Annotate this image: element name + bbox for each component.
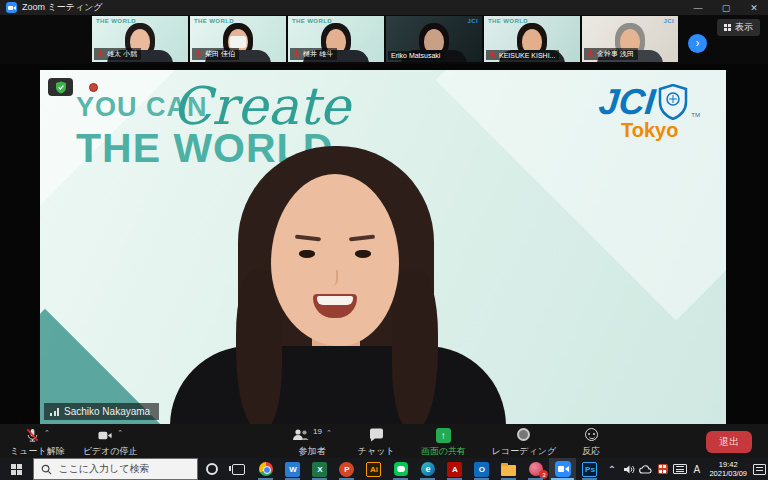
share-screen-icon: ↑ [436,428,451,443]
leave-meeting-button[interactable]: 退出 [706,431,752,453]
file-explorer-icon [501,465,516,476]
taskbar-search-input[interactable]: ここに入力して検索 [33,458,198,480]
speaker-body [170,346,506,424]
taskbar-illustrator-button[interactable]: Ai [360,458,387,480]
participants-count-badge: 19 [313,427,322,436]
participant-tile[interactable]: THE WORLD 柴田 佳伯 [190,16,286,62]
participant-tile[interactable]: THE WORLD 樋井 雄斗 [288,16,384,62]
speaker-face [271,174,399,346]
stop-video-button[interactable]: ⌃ ビデオの停止 [83,428,138,458]
taskbar-line-button[interactable] [387,458,414,480]
participant-name-label: 雄太 小朏 [94,48,141,60]
security-tray-icon[interactable] [654,458,671,480]
tile-banner-text: THE WORLD [96,18,136,24]
participant-name-label: 柴田 佳伯 [192,48,239,60]
chrome-icon [259,462,273,476]
muted-mic-icon [97,50,104,58]
participants-button[interactable]: 19 ⌃ 参加者 [292,428,332,458]
taskbar-edge-button[interactable]: e [414,458,441,480]
taskbar-word-button[interactable]: W [279,458,306,480]
excel-icon: X [312,462,327,477]
search-placeholder: ここに入力して検索 [58,462,149,476]
encryption-shield-icon[interactable] [48,78,73,96]
participant-name-label: KEISUKE KISHI... [486,50,559,60]
action-center-button[interactable] [751,458,768,480]
outlook-icon: O [474,462,489,477]
zoom-taskbar-icon [555,461,571,477]
mic-muted-icon [25,428,40,443]
taskbar-powerpoint-button[interactable]: P [333,458,360,480]
desktop: Zoom ミーティング — ▢ ✕ THE WORLD 雄太 小朏 THE WO… [0,0,768,480]
tile-banner-text: JCI [467,18,478,24]
zoom-window-titlebar: Zoom ミーティング — ▢ ✕ [0,0,768,15]
gallery-strip: THE WORLD 雄太 小朏 THE WORLD 柴田 佳伯 THE WORL… [0,15,768,64]
participant-name-label: 金幹事 浅田 [584,48,638,60]
record-button[interactable]: レコーディング [492,428,556,458]
muted-mic-icon [195,50,202,58]
participant-tile[interactable]: JCI 金幹事 浅田 [582,16,678,62]
chat-bubble-icon [369,428,384,442]
video-camera-icon [97,428,113,443]
chevron-up-icon[interactable]: ⌃ [44,429,50,437]
face-mask [230,36,247,48]
photoshop-icon: Ps [582,462,597,477]
tile-banner-text: THE WORLD [194,18,234,24]
chevron-up-icon[interactable]: ⌃ [117,429,123,437]
participant-name-label: 樋井 雄斗 [290,48,337,60]
taskbar-explorer-button[interactable] [495,458,522,480]
taskbar-chrome-button[interactable] [252,458,279,480]
chevron-up-icon[interactable]: ⌃ [326,429,332,437]
tile-banner-text: JCI [663,18,674,24]
acrobat-icon: A [447,462,462,477]
tray-expand-button[interactable]: ⌃ [603,458,620,480]
close-button[interactable]: ✕ [740,0,768,15]
participant-tile[interactable]: JCI Eriko Matsusaki [386,16,482,62]
muted-mic-icon [293,50,300,58]
share-screen-button[interactable]: ↑ 画面の共有 [421,428,466,458]
windows-logo-icon [11,464,22,475]
speaker-icon[interactable] [620,458,637,480]
audio-level-icon [50,408,59,416]
muted-mic-icon [587,50,594,58]
speaker-name-label: Sachiko Nakayama [44,403,159,420]
search-icon [41,464,52,475]
participant-tile[interactable]: THE WORLD KEISUKE KISHI... [484,16,580,62]
zoom-app-icon [6,2,17,13]
participant-name-label: Eriko Matsusaki [388,51,444,60]
recording-dot-icon [89,83,98,92]
taskbar-photos-button[interactable]: 3 [522,458,549,480]
reactions-button[interactable]: 反応 [582,428,600,458]
onedrive-cloud-icon[interactable] [637,458,654,480]
taskbar-outlook-button[interactable]: O [468,458,495,480]
ime-mode-indicator[interactable]: A [688,458,705,480]
tile-banner-text: THE WORLD [488,18,528,24]
powerpoint-icon: P [339,462,354,477]
view-button[interactable]: 表示 [717,19,760,36]
line-icon [394,462,408,476]
taskbar-cortana-button[interactable] [198,458,225,480]
taskbar-clock[interactable]: 19:42 2021/03/09 [705,460,751,479]
window-title: Zoom ミーティング [22,1,103,14]
ime-toolbar-icon[interactable] [671,458,688,480]
task-view-icon [232,464,245,475]
unmute-button[interactable]: ⌃ ミュート解除 [10,428,65,458]
taskbar-task-view-button[interactable] [225,458,252,480]
taskbar-acrobat-button[interactable]: A [441,458,468,480]
taskbar-zoom-button[interactable] [549,458,576,480]
maximize-button[interactable]: ▢ [712,0,740,15]
taskbar-excel-button[interactable]: X [306,458,333,480]
illustrator-icon: Ai [366,462,381,477]
participant-tile[interactable]: THE WORLD 雄太 小朏 [92,16,188,62]
muted-mic-icon [489,51,496,59]
tile-banner-text: THE WORLD [292,18,332,24]
gallery-next-button[interactable]: › [688,34,707,53]
chat-button[interactable]: チャット [358,428,395,458]
start-button[interactable] [0,458,33,480]
zoom-toolbar: ⌃ ミュート解除 ⌃ ビデオの停止 19 ⌃ 参加者 [0,424,768,458]
cortana-icon [206,463,218,475]
taskbar-photoshop-button[interactable]: Ps [576,458,603,480]
grid-icon [724,24,731,31]
windows-taskbar: ここに入力して検索 W X P Ai e A O 3 Ps ⌃ [0,458,768,480]
minimize-button[interactable]: — [684,0,712,15]
record-icon [517,428,530,441]
